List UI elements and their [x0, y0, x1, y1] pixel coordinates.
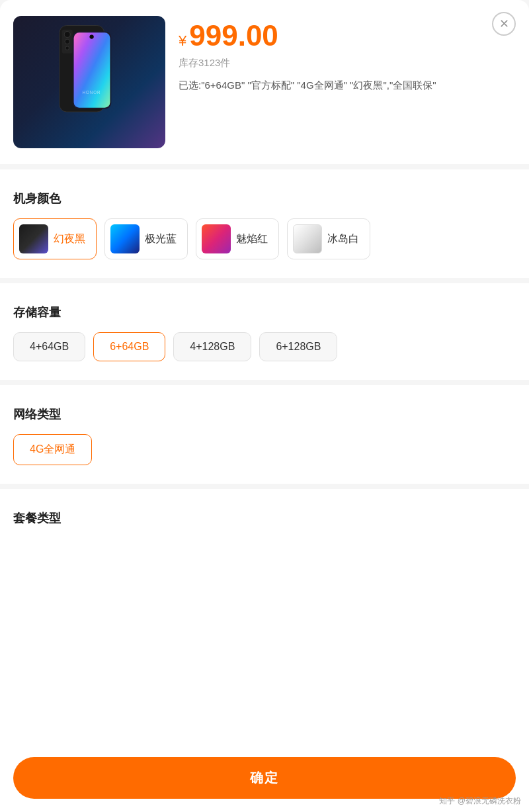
- stock-text: 库存3123件: [179, 57, 516, 69]
- price-symbol: ¥: [179, 32, 186, 50]
- storage-section-title: 存储容量: [13, 304, 516, 320]
- color-option-white[interactable]: 冰岛白: [287, 218, 370, 259]
- price-value: 999.00: [189, 21, 278, 50]
- svg-rect-6: [74, 32, 110, 107]
- storage-option-4-128[interactable]: 4+128GB: [173, 332, 251, 361]
- storage-option-6-128[interactable]: 6+128GB: [259, 332, 337, 361]
- color-label-red: 魅焰红: [236, 232, 268, 246]
- storage-option-4-64[interactable]: 4+64GB: [13, 332, 85, 361]
- color-label-black: 幻夜黑: [54, 232, 85, 246]
- bottom-bar: 确定: [0, 749, 529, 812]
- close-button[interactable]: ✕: [492, 12, 516, 36]
- storage-section: 存储容量 4+64GB 6+64GB 4+128GB 6+128GB: [0, 289, 529, 375]
- storage-options-list: 4+64GB 6+64GB 4+128GB 6+128GB: [13, 332, 516, 361]
- price-row: ¥ 999.00: [179, 21, 516, 50]
- color-option-black[interactable]: 幻夜黑: [13, 218, 97, 259]
- close-icon: ✕: [499, 17, 509, 31]
- confirm-label: 确定: [250, 770, 279, 785]
- network-options-list: 4G全网通: [13, 434, 516, 465]
- color-thumb-black: [19, 224, 48, 253]
- product-image: HONOR: [13, 16, 165, 148]
- storage-label-6-128: 6+128GB: [276, 341, 321, 352]
- color-section-title: 机身颜色: [13, 191, 516, 206]
- divider-3: [0, 380, 529, 385]
- network-option-4g[interactable]: 4G全网通: [13, 434, 92, 465]
- storage-option-6-64[interactable]: 6+64GB: [93, 332, 165, 361]
- color-option-red[interactable]: 魅焰红: [196, 218, 279, 259]
- divider-1: [0, 164, 529, 169]
- package-section: 套餐类型: [0, 494, 529, 604]
- storage-label-6-64: 6+64GB: [110, 341, 149, 352]
- svg-point-4: [65, 46, 69, 50]
- color-option-blue[interactable]: 极光蓝: [104, 218, 188, 259]
- divider-4: [0, 484, 529, 489]
- product-header: HONOR ¥ 999.00 库存3123件 已选:"6+64GB" "官方标配…: [0, 0, 529, 159]
- color-label-white: 冰岛白: [327, 232, 359, 246]
- color-section: 机身颜色 幻夜黑 极光蓝 魅焰红 冰岛白: [0, 175, 529, 273]
- storage-label-4-128: 4+128GB: [190, 341, 235, 352]
- color-thumb-red: [202, 224, 231, 253]
- package-section-title: 套餐类型: [13, 510, 516, 526]
- network-section-title: 网络类型: [13, 406, 516, 422]
- svg-point-2: [64, 32, 70, 38]
- color-label-blue: 极光蓝: [145, 232, 177, 246]
- selected-specs: 已选:"6+64GB" "官方标配" "4G全网通" "幻夜黑","全国联保": [179, 77, 516, 93]
- svg-point-3: [65, 39, 69, 44]
- color-thumb-blue: [110, 224, 140, 253]
- confirm-button[interactable]: 确定: [13, 757, 516, 799]
- svg-point-7: [89, 34, 93, 38]
- color-thumb-white: [293, 224, 322, 253]
- network-section: 网络类型 4G全网通: [0, 390, 529, 478]
- storage-label-4-64: 4+64GB: [30, 341, 69, 352]
- network-label-4g: 4G全网通: [30, 443, 75, 455]
- product-info: ¥ 999.00 库存3123件 已选:"6+64GB" "官方标配" "4G全…: [179, 16, 516, 93]
- color-options-list: 幻夜黑 极光蓝 魅焰红 冰岛白: [13, 218, 516, 259]
- divider-2: [0, 278, 529, 283]
- svg-text:HONOR: HONOR: [83, 90, 101, 95]
- product-modal: ✕: [0, 0, 529, 812]
